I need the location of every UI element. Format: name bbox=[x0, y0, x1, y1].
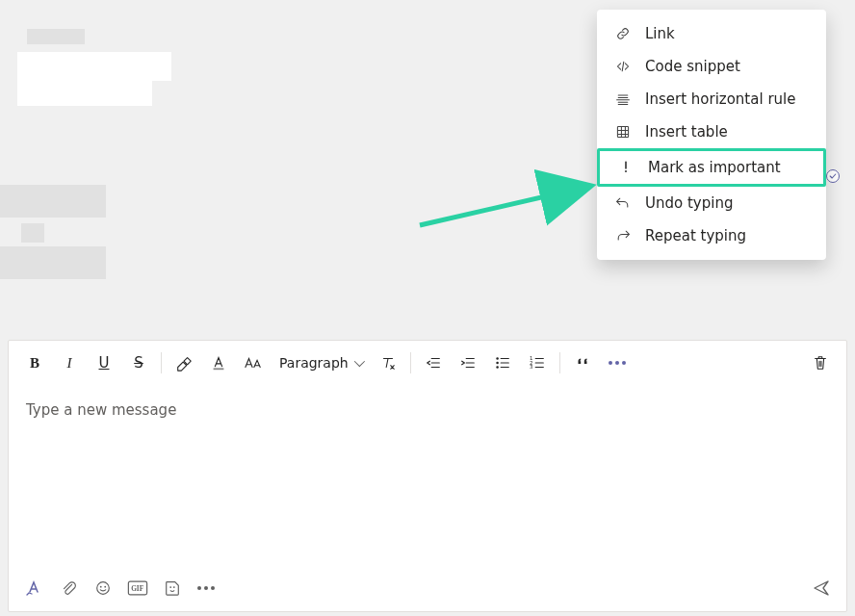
chevron-down-icon bbox=[353, 356, 364, 367]
format-toggle-button[interactable] bbox=[20, 575, 47, 602]
svg-point-12 bbox=[104, 586, 106, 588]
clear-formatting-button[interactable] bbox=[372, 346, 404, 379]
font-color-button[interactable] bbox=[202, 346, 235, 379]
code-icon bbox=[614, 58, 632, 75]
menu-item-mark-important[interactable]: Mark as important bbox=[597, 148, 826, 187]
more-apps-button[interactable] bbox=[194, 586, 219, 590]
quote-button[interactable] bbox=[566, 346, 599, 379]
svg-point-15 bbox=[169, 586, 171, 588]
undo-icon bbox=[614, 194, 632, 212]
svg-rect-3 bbox=[214, 368, 224, 370]
menu-item-repeat[interactable]: Repeat typing bbox=[597, 219, 826, 252]
svg-rect-0 bbox=[617, 126, 628, 137]
menu-item-label: Undo typing bbox=[645, 194, 733, 212]
bold-button[interactable]: B bbox=[18, 346, 51, 379]
format-toolbar: B I U S Paragraph 123 bbox=[9, 341, 846, 386]
important-icon bbox=[617, 159, 635, 176]
menu-item-label: Repeat typing bbox=[645, 227, 746, 244]
paragraph-style-picker[interactable]: Paragraph bbox=[272, 346, 370, 379]
menu-item-undo[interactable]: Undo typing bbox=[597, 187, 826, 219]
svg-text:3: 3 bbox=[530, 364, 532, 370]
numbered-list-button[interactable]: 123 bbox=[521, 346, 554, 379]
send-button[interactable] bbox=[808, 575, 835, 602]
menu-item-insert-table[interactable]: Insert table bbox=[597, 116, 826, 148]
menu-item-label: Code snippet bbox=[645, 58, 740, 75]
compose-box: B I U S Paragraph 123 bbox=[8, 340, 847, 612]
svg-point-11 bbox=[100, 586, 102, 588]
menu-item-code-snippet[interactable]: Code snippet bbox=[597, 50, 826, 83]
svg-point-5 bbox=[496, 362, 499, 365]
svg-point-6 bbox=[496, 366, 499, 369]
table-icon bbox=[614, 123, 632, 141]
link-icon bbox=[614, 25, 632, 42]
paragraph-label: Paragraph bbox=[279, 355, 349, 371]
separator bbox=[161, 352, 162, 373]
menu-item-label: Link bbox=[645, 25, 675, 42]
highlight-button[interactable] bbox=[168, 346, 200, 379]
indent-button[interactable] bbox=[452, 346, 484, 379]
compose-actions: GIF bbox=[9, 569, 846, 611]
horizontal-rule-icon bbox=[614, 90, 632, 108]
separator bbox=[559, 352, 560, 373]
format-context-menu: Link Code snippet Insert horizontal rule… bbox=[597, 10, 826, 260]
emoji-button[interactable] bbox=[90, 575, 117, 602]
more-icon bbox=[609, 361, 626, 365]
svg-point-4 bbox=[496, 357, 499, 360]
sticker-button[interactable] bbox=[159, 575, 186, 602]
bullet-list-button[interactable] bbox=[486, 346, 519, 379]
outdent-button[interactable] bbox=[417, 346, 450, 379]
svg-point-10 bbox=[97, 582, 110, 595]
separator bbox=[410, 352, 411, 373]
redo-icon bbox=[614, 227, 632, 244]
font-size-button[interactable] bbox=[237, 346, 270, 379]
more-options-button[interactable] bbox=[601, 346, 634, 379]
menu-item-label: Insert horizontal rule bbox=[645, 90, 795, 108]
svg-point-1 bbox=[625, 170, 627, 172]
strikethrough-button[interactable]: S bbox=[122, 346, 155, 379]
svg-point-16 bbox=[173, 586, 175, 588]
attach-button[interactable] bbox=[55, 575, 82, 602]
menu-item-label: Mark as important bbox=[648, 159, 781, 176]
menu-item-insert-hr[interactable]: Insert horizontal rule bbox=[597, 83, 826, 116]
message-input[interactable]: Type a new message bbox=[9, 386, 846, 569]
underline-button[interactable]: U bbox=[88, 346, 120, 379]
italic-button[interactable]: I bbox=[53, 346, 86, 379]
svg-text:GIF: GIF bbox=[131, 584, 144, 593]
seen-indicator bbox=[826, 169, 840, 183]
delete-button[interactable] bbox=[804, 346, 837, 379]
menu-item-label: Insert table bbox=[645, 123, 728, 141]
gif-button[interactable]: GIF bbox=[124, 575, 151, 602]
menu-item-link[interactable]: Link bbox=[597, 17, 826, 50]
